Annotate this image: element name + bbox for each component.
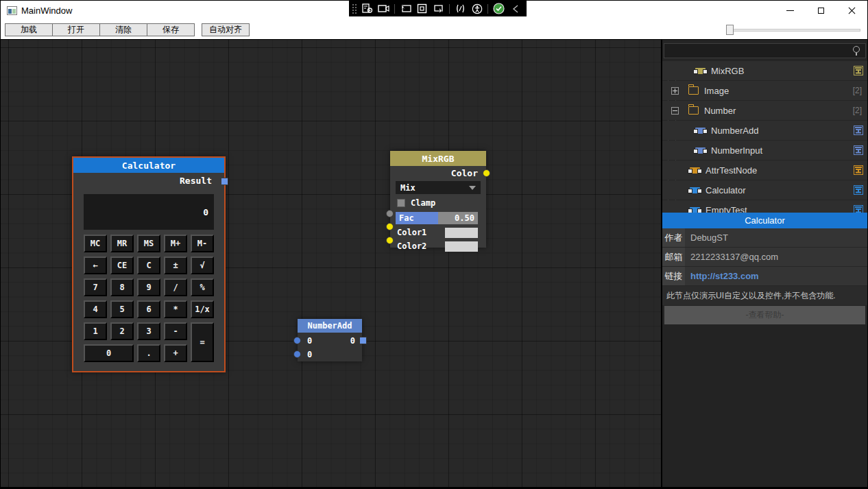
key-ce[interactable]: CE bbox=[110, 257, 134, 274]
save-button[interactable]: 保存 bbox=[147, 23, 195, 36]
numberadd-input2-connector[interactable] bbox=[293, 350, 301, 358]
accessibility-icon[interactable] bbox=[471, 3, 483, 14]
key-1[interactable]: 1 bbox=[84, 322, 107, 340]
zoom-slider-thumb[interactable] bbox=[726, 25, 734, 35]
key-reciprocal[interactable]: 1/x bbox=[191, 300, 214, 318]
node-calculator[interactable]: Calculator Result 0 MC MR MS M+ M- ← CE … bbox=[72, 156, 226, 372]
key-4[interactable]: 4 bbox=[84, 300, 107, 318]
script-settings-icon[interactable] bbox=[361, 3, 373, 14]
color1-swatch[interactable] bbox=[445, 228, 478, 238]
main-window: MainWindow bbox=[0, 0, 868, 489]
check-circle-icon[interactable] bbox=[493, 3, 505, 14]
numberadd-output-connector[interactable] bbox=[359, 337, 367, 344]
tree-item-label: Calculator bbox=[706, 185, 854, 195]
numberadd-input1-connector[interactable] bbox=[293, 337, 301, 344]
color2-swatch[interactable] bbox=[445, 241, 478, 252]
key-minus[interactable]: - bbox=[164, 322, 187, 340]
key-multiply[interactable]: * bbox=[164, 300, 187, 318]
tree-item-numberadd[interactable]: NumberAdd bbox=[662, 121, 867, 140]
collapse-minus-icon[interactable] bbox=[671, 107, 679, 115]
key-divide[interactable]: / bbox=[164, 278, 187, 296]
tree-item-label: AttrTestNode bbox=[706, 165, 854, 176]
open-button[interactable]: 打开 bbox=[52, 23, 100, 36]
chevron-left-icon[interactable] bbox=[509, 3, 521, 14]
node-info-icon[interactable] bbox=[854, 126, 863, 135]
key-8[interactable]: 8 bbox=[110, 278, 134, 296]
zoom-slider-track[interactable] bbox=[726, 29, 860, 32]
load-button[interactable]: 加载 bbox=[5, 23, 53, 36]
minimize-button[interactable] bbox=[775, 1, 806, 21]
color1-input-connector[interactable] bbox=[386, 223, 394, 230]
result-output-connector[interactable] bbox=[221, 178, 228, 185]
chevron-down-icon bbox=[469, 186, 476, 190]
cursor-window-icon[interactable] bbox=[400, 3, 411, 14]
node-numberadd-title[interactable]: NumberAdd bbox=[298, 319, 362, 333]
node-numberadd[interactable]: NumberAdd 0 0 0 bbox=[298, 319, 362, 361]
key-ms[interactable]: MS bbox=[137, 235, 160, 252]
color1-label: Color1 bbox=[397, 228, 426, 237]
clear-button[interactable]: 清除 bbox=[99, 23, 147, 36]
tree-item-calculator[interactable]: Calculator bbox=[662, 180, 867, 200]
node-info-icon[interactable] bbox=[854, 185, 863, 195]
camera-icon[interactable] bbox=[378, 3, 389, 14]
clamp-checkbox[interactable] bbox=[397, 199, 405, 207]
key-5[interactable]: 5 bbox=[110, 300, 134, 318]
auto-align-button[interactable]: 自动对齐 bbox=[202, 23, 250, 36]
key-mplus[interactable]: M+ bbox=[164, 235, 187, 252]
tree-item-numberinput[interactable]: NumberInput bbox=[662, 141, 867, 160]
node-info-icon[interactable] bbox=[854, 66, 863, 75]
calculator-display-value: 0 bbox=[203, 207, 208, 217]
parentheses-slash-icon[interactable] bbox=[455, 3, 466, 14]
key-7[interactable]: 7 bbox=[84, 278, 107, 296]
fac-slider[interactable]: Fac 0.50 bbox=[396, 212, 478, 224]
node-details-panel: Calculator 作者 DebugST 邮箱 2212233137@qq.c… bbox=[662, 213, 867, 324]
key-equals[interactable]: = bbox=[191, 322, 214, 362]
node-info-icon[interactable] bbox=[854, 165, 863, 175]
expand-plus-icon[interactable] bbox=[671, 87, 679, 95]
zoom-slider[interactable] bbox=[726, 25, 860, 35]
link-value[interactable]: http://st233.com bbox=[685, 267, 867, 285]
tree-item-attrtestnode[interactable]: AttrTestNode bbox=[662, 160, 867, 180]
region-box-icon[interactable] bbox=[416, 3, 428, 14]
node-mixrgb[interactable]: MixRGB Color Mix Clamp Fac 0.50 Color1 bbox=[390, 151, 486, 248]
key-0[interactable]: 0 bbox=[84, 344, 134, 362]
key-decimal[interactable]: . bbox=[137, 344, 160, 362]
tree-item-emptytest[interactable]: EmptyTest bbox=[662, 200, 867, 213]
key-mr[interactable]: MR bbox=[110, 235, 134, 252]
key-6[interactable]: 6 bbox=[137, 300, 160, 318]
color2-input-connector[interactable] bbox=[386, 237, 394, 244]
key-9[interactable]: 9 bbox=[137, 278, 160, 296]
tree-folder-image[interactable]: Image [2] bbox=[662, 81, 867, 100]
drag-handle-icon[interactable] bbox=[352, 3, 357, 14]
node-calculator-title[interactable]: Calculator bbox=[73, 158, 224, 173]
key-mc[interactable]: MC bbox=[84, 235, 107, 252]
color-output-connector[interactable] bbox=[483, 169, 490, 177]
close-button[interactable] bbox=[836, 1, 867, 21]
tree-folder-number[interactable]: Number [2] bbox=[662, 101, 867, 120]
maximize-button[interactable] bbox=[806, 1, 836, 21]
key-plusminus[interactable]: ± bbox=[164, 257, 187, 274]
node-icon bbox=[695, 128, 706, 134]
search-input[interactable] bbox=[664, 46, 850, 56]
numberadd-output-value: 0 bbox=[350, 336, 355, 346]
screen-tool-overlay bbox=[349, 1, 527, 16]
node-canvas[interactable]: Calculator Result 0 MC MR MS M+ M- ← CE … bbox=[1, 40, 661, 487]
cursor-element-icon[interactable] bbox=[433, 3, 444, 14]
key-backspace[interactable]: ← bbox=[84, 257, 107, 274]
key-plus[interactable]: + bbox=[164, 344, 187, 362]
tree-item-mixrgb[interactable]: MixRGB bbox=[662, 61, 867, 80]
clamp-label: Clamp bbox=[411, 198, 435, 208]
fac-slider-fill: Fac bbox=[396, 212, 438, 224]
key-c[interactable]: C bbox=[137, 257, 160, 274]
key-2[interactable]: 2 bbox=[110, 322, 134, 340]
key-3[interactable]: 3 bbox=[137, 322, 160, 340]
node-mixrgb-title[interactable]: MixRGB bbox=[390, 151, 486, 166]
node-info-icon[interactable] bbox=[854, 145, 863, 155]
node-info-icon[interactable] bbox=[854, 205, 863, 213]
key-percent[interactable]: % bbox=[191, 278, 214, 296]
key-sqrt[interactable]: √ bbox=[191, 257, 214, 274]
view-help-button[interactable]: -查看帮助- bbox=[664, 306, 865, 324]
key-mminus[interactable]: M- bbox=[191, 235, 214, 252]
mix-mode-dropdown[interactable]: Mix bbox=[396, 181, 481, 194]
fac-input-connector[interactable] bbox=[386, 210, 394, 217]
